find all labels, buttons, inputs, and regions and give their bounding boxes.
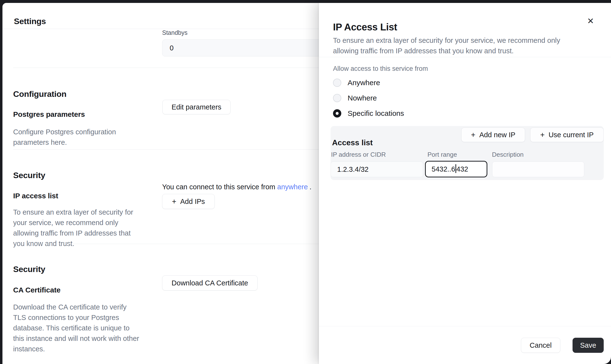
save-button[interactable]: Save [572, 338, 604, 353]
standbys-input[interactable]: 0 [162, 39, 328, 56]
edit-parameters-button[interactable]: Edit parameters [162, 100, 230, 114]
radio-nowhere[interactable]: Nowhere [333, 93, 377, 103]
ca-certificate-label: CA Certificate [13, 285, 60, 295]
app-root: Settings Standbys 0 Configuration Postgr… [0, 0, 611, 364]
access-list-panel: Access list + Add new IP + Use current I… [331, 126, 604, 180]
page-title: Settings [14, 16, 46, 26]
drawer-title: IP Access List [333, 21, 397, 33]
port-range-value-before: 5432..6 [432, 165, 455, 173]
postgres-parameters-description: Configure Postgres configuration paramet… [13, 127, 159, 148]
drawer-divider [319, 57, 611, 57]
text-caret [455, 164, 456, 173]
access-list-heading: Access list [332, 137, 373, 148]
allow-access-label: Allow access to this service from [333, 64, 428, 73]
port-range-input[interactable]: 5432..6432 [425, 161, 487, 177]
ip-access-list-label: IP access list [13, 191, 58, 201]
ip-address-value: 1.2.3.4/32 [337, 166, 369, 173]
standbys-label: Standbys [162, 29, 187, 37]
security-ca-heading: Security [13, 264, 45, 274]
use-current-ip-button[interactable]: + Use current IP [530, 128, 604, 142]
footer-divider [319, 326, 611, 326]
add-new-ip-button[interactable]: + Add new IP [461, 128, 525, 142]
description-input[interactable] [492, 162, 584, 177]
download-ca-label: Download CA Certificate [172, 279, 248, 287]
connect-prefix: You can connect to this service from [162, 183, 277, 191]
connect-from-text: You can connect to this service from any… [162, 182, 312, 192]
download-ca-certificate-button[interactable]: Download CA Certificate [162, 275, 258, 290]
radio-circle-icon[interactable] [333, 109, 341, 117]
connect-suffix: . [310, 183, 312, 191]
drawer-description: To ensure an extra layer of security for… [333, 35, 594, 56]
ip-access-description: To ensure an extra layer of security for… [13, 207, 164, 249]
column-port-range: Port range [427, 150, 457, 159]
cancel-button[interactable]: Cancel [521, 338, 560, 353]
plus-icon: + [172, 198, 176, 205]
column-description: Description [492, 150, 524, 159]
add-new-ip-label: Add new IP [479, 131, 515, 139]
radio-anywhere-label: Anywhere [348, 78, 380, 88]
edit-parameters-label: Edit parameters [172, 103, 222, 111]
close-icon[interactable]: ✕ [584, 15, 597, 27]
cancel-label: Cancel [530, 341, 552, 349]
radio-specific-locations-label: Specific locations [348, 108, 404, 118]
add-ips-button[interactable]: + Add IPs [162, 194, 215, 209]
configuration-heading: Configuration [13, 89, 66, 99]
plus-icon: + [471, 131, 475, 139]
ca-certificate-description: Download the CA certificate to verify TL… [13, 302, 169, 354]
ip-access-list-drawer: IP Access List ✕ To ensure an extra laye… [319, 3, 611, 364]
radio-circle-icon[interactable] [333, 94, 341, 102]
postgres-parameters-label: Postgres parameters [13, 109, 85, 119]
radio-nowhere-label: Nowhere [348, 93, 377, 103]
radio-specific-locations[interactable]: Specific locations [333, 108, 404, 118]
plus-icon: + [540, 131, 545, 139]
ip-address-input[interactable]: 1.2.3.4/32 [331, 162, 423, 177]
port-range-value-after: 432 [456, 165, 468, 173]
anywhere-link[interactable]: anywhere [277, 183, 308, 191]
add-ips-label: Add IPs [180, 197, 205, 206]
radio-circle-icon[interactable] [333, 78, 341, 87]
standbys-value: 0 [170, 44, 173, 52]
column-ip-address: IP address or CIDR [331, 150, 386, 159]
security-heading: Security [13, 170, 45, 181]
use-current-ip-label: Use current IP [548, 131, 594, 139]
radio-anywhere[interactable]: Anywhere [333, 78, 380, 88]
save-label: Save [580, 341, 596, 349]
